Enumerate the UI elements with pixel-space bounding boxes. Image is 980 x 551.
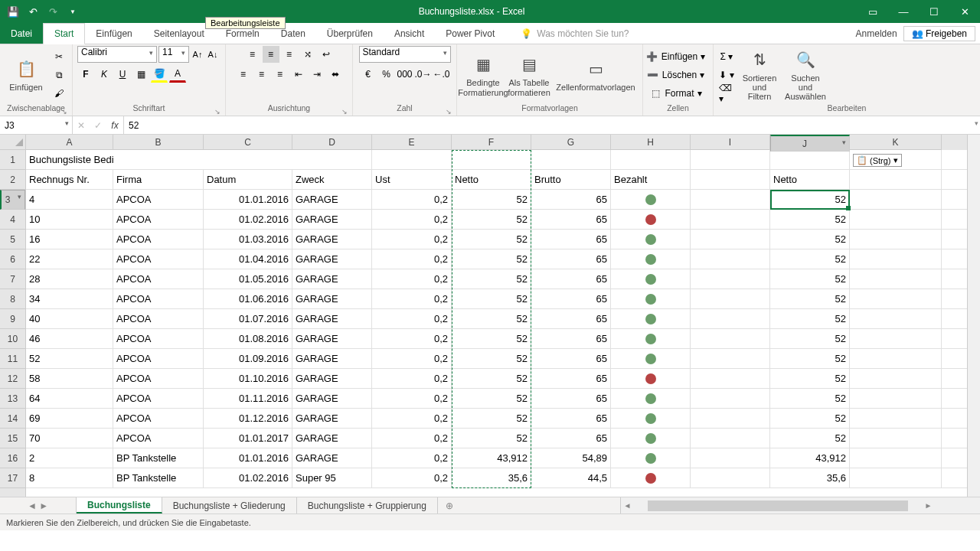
cell[interactable]: BP Tankstelle	[113, 468, 204, 487]
cell[interactable]: 52	[26, 349, 113, 368]
cell[interactable]: 52	[770, 289, 850, 308]
cell[interactable]: 0,2	[372, 309, 452, 328]
tab-ansicht[interactable]: Ansicht	[384, 23, 435, 44]
cell[interactable]: APCOA	[113, 190, 204, 209]
cell[interactable]: GARAGE	[292, 329, 372, 348]
cell[interactable]	[850, 389, 942, 408]
cell[interactable]: 65	[531, 429, 611, 448]
row-header[interactable]: 13	[0, 389, 25, 409]
cell[interactable]	[850, 349, 942, 368]
cell[interactable]: 22	[26, 249, 113, 269]
decrease-decimal-icon[interactable]: ←.0	[433, 66, 450, 83]
cell[interactable]	[452, 150, 531, 169]
row-header[interactable]: 10	[0, 329, 25, 349]
fx-icon[interactable]: fx	[106, 120, 123, 131]
cell[interactable]: APCOA	[113, 210, 204, 229]
cell[interactable]: GARAGE	[292, 269, 372, 289]
cell[interactable]: 52	[452, 210, 531, 229]
cell[interactable]: 2	[26, 448, 113, 468]
cell[interactable]	[611, 329, 691, 348]
decrease-indent-icon[interactable]: ⇤	[290, 66, 307, 83]
cell[interactable]: 01.07.2016	[204, 309, 292, 328]
cell[interactable]: 43,912	[452, 448, 531, 468]
cell[interactable]	[850, 429, 942, 448]
cell[interactable]: 52	[452, 349, 531, 368]
cell[interactable]: GARAGE	[292, 230, 372, 249]
column-header[interactable]: C	[204, 135, 292, 150]
align-center-icon[interactable]: ≡	[253, 66, 270, 83]
cell[interactable]: APCOA	[113, 349, 204, 368]
cell[interactable]: 54,89	[531, 448, 611, 468]
cell[interactable]: 43,912	[770, 448, 850, 468]
cell[interactable]: 0,2	[372, 409, 452, 428]
row-header[interactable]: 15	[0, 429, 25, 448]
cell[interactable]	[850, 249, 942, 269]
cell[interactable]: Bezahlt	[611, 170, 691, 189]
paste-button[interactable]: 📋 Einfügen	[5, 48, 47, 102]
cell[interactable]: 65	[531, 190, 611, 209]
cell[interactable]	[691, 190, 770, 209]
cell[interactable]: APCOA	[113, 309, 204, 328]
cell[interactable]	[113, 150, 204, 169]
cell[interactable]: 65	[531, 210, 611, 229]
align-top-icon[interactable]: ≡	[244, 46, 261, 63]
cell[interactable]	[850, 448, 942, 468]
cell[interactable]: 0,2	[372, 190, 452, 209]
cell[interactable]: 0,2	[372, 369, 452, 388]
cell[interactable]: 52	[770, 249, 850, 269]
cell[interactable]: APCOA	[113, 429, 204, 448]
column-header[interactable]: F	[452, 135, 531, 150]
cell[interactable]	[611, 249, 691, 269]
cell[interactable]: 52	[770, 269, 850, 289]
cell[interactable]: 52	[770, 369, 850, 388]
cell[interactable]	[611, 448, 691, 468]
cell[interactable]	[691, 210, 770, 229]
cell[interactable]: Zweck	[292, 170, 372, 189]
cell[interactable]: 01.05.2016	[204, 269, 292, 289]
row-header[interactable]: 1	[0, 150, 25, 170]
cell[interactable]	[850, 309, 942, 328]
copy-icon[interactable]: ⧉	[51, 67, 67, 83]
cell-styles-button[interactable]: ▭Zellenformatvorlagen	[554, 48, 638, 102]
column-header[interactable]: A	[26, 135, 113, 150]
format-as-table-button[interactable]: ▤Als Tabelle formatieren	[508, 48, 550, 102]
cell[interactable]: 52	[770, 389, 850, 408]
cell[interactable]: 52	[452, 389, 531, 408]
column-header[interactable]: K	[850, 135, 942, 150]
cell[interactable]: GARAGE	[292, 349, 372, 368]
increase-indent-icon[interactable]: ⇥	[309, 66, 325, 83]
cell[interactable]	[850, 409, 942, 428]
cell[interactable]	[611, 210, 691, 229]
cell[interactable]: 52	[452, 429, 531, 448]
cell[interactable]: 70	[26, 429, 113, 448]
cell[interactable]: 52	[452, 409, 531, 428]
cell[interactable]	[611, 349, 691, 368]
dialog-launcher-icon[interactable]: ↘	[61, 108, 67, 116]
cell[interactable]: 65	[531, 409, 611, 428]
cell[interactable]: 35,6	[452, 468, 531, 487]
horizontal-scrollbar[interactable]: ◄►	[620, 497, 980, 514]
cell[interactable]	[691, 409, 770, 428]
redo-icon[interactable]: ↷	[44, 3, 61, 20]
thousands-icon[interactable]: 000	[397, 66, 413, 83]
name-box[interactable]	[0, 116, 73, 134]
cell[interactable]: 01.03.2016	[204, 230, 292, 249]
cell[interactable]: 0,2	[372, 329, 452, 348]
row-header[interactable]: 8	[0, 289, 25, 309]
cell[interactable]: 10	[26, 210, 113, 229]
maximize-icon[interactable]: ☐	[919, 0, 949, 23]
cell[interactable]: 52	[452, 289, 531, 308]
cell[interactable]	[850, 289, 942, 308]
format-cells-button[interactable]: ⬚Format ▾	[649, 86, 706, 101]
cell[interactable]	[850, 369, 942, 388]
cell[interactable]	[691, 150, 770, 169]
column-header[interactable]: G	[531, 135, 611, 150]
sheet-tab[interactable]: Buchungsliste + Gliederung	[162, 497, 297, 514]
align-bottom-icon[interactable]: ≡	[281, 46, 298, 63]
column-header[interactable]: E	[372, 135, 452, 150]
cell[interactable]: 01.10.2016	[204, 369, 292, 388]
border-icon[interactable]: ▦	[132, 66, 149, 83]
underline-button[interactable]: U	[114, 66, 131, 83]
find-select-button[interactable]: 🔍Suchen und Auswählen	[784, 48, 827, 102]
cell[interactable]: 65	[531, 329, 611, 348]
